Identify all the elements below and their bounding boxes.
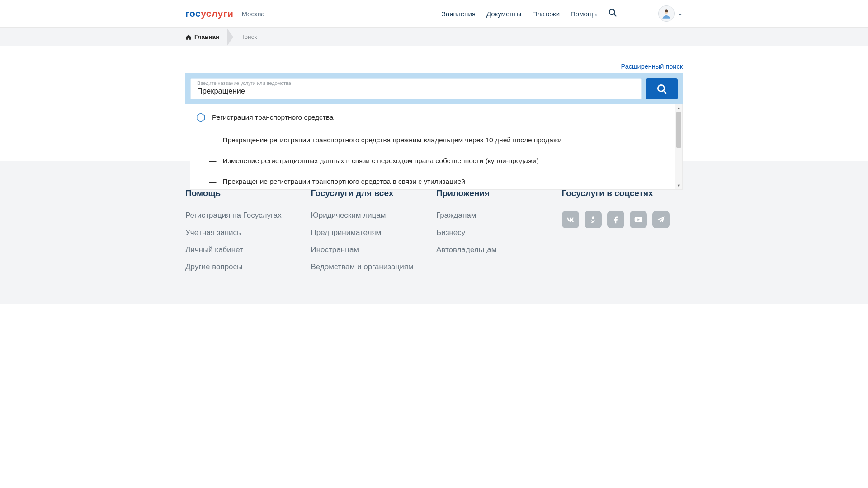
svg-point-3 bbox=[658, 85, 664, 91]
footer-col-help: Помощь Регистрация на Госуслугах Учётная… bbox=[185, 188, 307, 280]
scrollbar-thumb[interactable] bbox=[676, 112, 681, 148]
suggestion-item[interactable]: — Прекращение регистрации транспортного … bbox=[192, 171, 673, 189]
advanced-search-link[interactable]: Расширенный поиск bbox=[621, 63, 683, 70]
suggestion-item[interactable]: — Прекращение регистрации транспортного … bbox=[192, 130, 673, 150]
footer-link[interactable]: Предпринимателям bbox=[311, 228, 432, 237]
footer-link[interactable]: Гражданам bbox=[436, 211, 557, 220]
footer-title: Госуслуги в соцсетях bbox=[562, 188, 683, 198]
telegram-icon[interactable] bbox=[652, 211, 670, 228]
nav-help[interactable]: Помощь bbox=[571, 10, 597, 18]
breadcrumb-current: Поиск bbox=[240, 33, 257, 40]
vk-icon[interactable] bbox=[562, 211, 579, 228]
scroll-down-icon[interactable]: ▼ bbox=[675, 182, 682, 189]
suggestion-category[interactable]: Регистрация транспортного средства bbox=[192, 110, 673, 130]
suggestion-item-label: Изменение регистрационных данных в связи… bbox=[223, 157, 539, 165]
city-selector[interactable]: Москва bbox=[241, 10, 264, 18]
logo-part1: гос bbox=[185, 8, 201, 19]
search-input-wrapper[interactable]: Введите название услуги или ведомства bbox=[190, 78, 642, 99]
footer-col-all: Госуслуги для всех Юридическим лицам Пре… bbox=[311, 188, 432, 280]
footer-col-social: Госуслуги в соцсетях bbox=[562, 188, 683, 280]
hexagon-icon bbox=[196, 113, 206, 122]
suggestion-item[interactable]: — Изменение регистрационных данных в свя… bbox=[192, 150, 673, 171]
chevron-down-icon: ⌄ bbox=[678, 10, 683, 17]
nav-applications[interactable]: Заявления bbox=[442, 10, 476, 18]
footer-link[interactable]: Регистрация на Госуслугах bbox=[185, 211, 307, 220]
suggestion-category-label: Регистрация транспортного средства bbox=[212, 113, 334, 122]
breadcrumb-home[interactable]: Главная bbox=[185, 33, 219, 40]
youtube-icon[interactable] bbox=[630, 211, 647, 228]
footer-link[interactable]: Личный кабинет bbox=[185, 245, 307, 254]
footer-link[interactable]: Автовладельцам bbox=[436, 245, 557, 254]
user-menu[interactable]: ⌄ bbox=[658, 5, 683, 22]
footer-link[interactable]: Бизнесу bbox=[436, 228, 557, 237]
search-icon[interactable] bbox=[608, 8, 618, 19]
nav-documents[interactable]: Документы bbox=[486, 10, 521, 18]
main-nav: Заявления Документы Платежи Помощь bbox=[442, 8, 618, 19]
scrollbar[interactable]: ▲ ▼ bbox=[675, 104, 682, 189]
search-suggestions: Регистрация транспортного средства — Пре… bbox=[190, 104, 683, 190]
footer-link[interactable]: Иностранцам bbox=[311, 245, 432, 254]
search-button[interactable] bbox=[646, 78, 678, 99]
footer-col-apps: Приложения Гражданам Бизнесу Автовладель… bbox=[436, 188, 557, 280]
footer-title: Госуслуги для всех bbox=[311, 188, 432, 198]
footer-title: Помощь bbox=[185, 188, 307, 198]
suggestion-item-label: Прекращение регистрации транспортного ср… bbox=[223, 136, 562, 144]
footer-link[interactable]: Учётная запись bbox=[185, 228, 307, 237]
footer-link[interactable]: Ведомствам и организациям bbox=[311, 263, 432, 272]
ok-icon[interactable] bbox=[585, 211, 602, 228]
footer-link[interactable]: Другие вопросы bbox=[185, 263, 307, 272]
facebook-icon[interactable] bbox=[607, 211, 624, 228]
home-icon bbox=[185, 34, 192, 40]
svg-marker-5 bbox=[197, 113, 205, 122]
svg-line-1 bbox=[614, 14, 616, 16]
search-input[interactable] bbox=[197, 86, 635, 95]
scroll-up-icon[interactable]: ▲ bbox=[675, 104, 682, 112]
search-bar: Введите название услуги или ведомства bbox=[185, 73, 683, 104]
avatar bbox=[658, 5, 675, 22]
breadcrumb-separator bbox=[227, 28, 234, 46]
svg-point-6 bbox=[592, 216, 594, 219]
svg-line-4 bbox=[664, 90, 666, 93]
suggestion-item-label: Прекращение регистрации транспортного ср… bbox=[223, 178, 466, 186]
search-icon bbox=[656, 83, 668, 95]
logo-part2: услуги bbox=[201, 8, 233, 19]
footer-link[interactable]: Юридическим лицам bbox=[311, 211, 432, 220]
svg-point-0 bbox=[609, 9, 615, 15]
header: госуслуги Москва Заявления Документы Пла… bbox=[0, 0, 868, 28]
breadcrumb-home-label: Главная bbox=[194, 33, 219, 40]
search-placeholder-label: Введите название услуги или ведомства bbox=[197, 80, 635, 86]
nav-payments[interactable]: Платежи bbox=[532, 10, 560, 18]
logo[interactable]: госуслуги bbox=[185, 8, 233, 19]
breadcrumb: Главная Поиск bbox=[0, 28, 868, 46]
footer-title: Приложения bbox=[436, 188, 557, 198]
